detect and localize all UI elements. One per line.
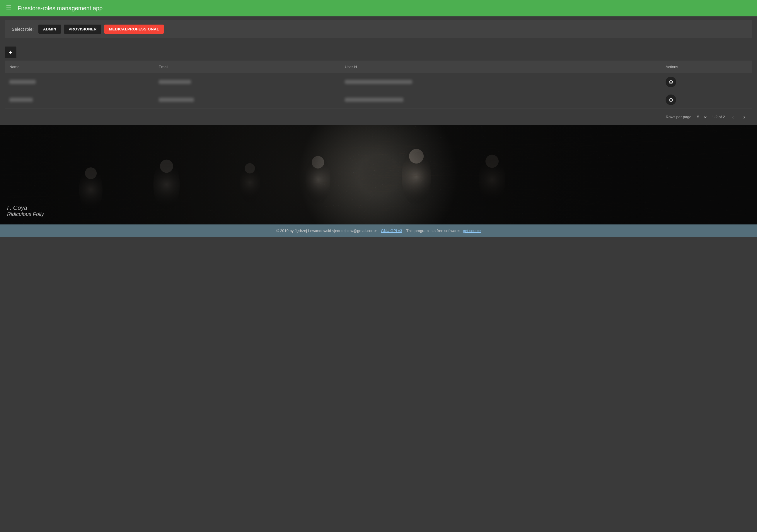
- rows-per-page-section: Rows per page: 5 10 25: [666, 114, 708, 120]
- role-button-medicalprofessional[interactable]: MEDICALPROFESSIONAL: [104, 25, 164, 34]
- artwork-title: Ridiculous Folly: [7, 211, 44, 217]
- user-table: Name Email User id Actions: [5, 61, 752, 109]
- minus-circle-icon: ⊖: [669, 96, 674, 103]
- cell-email: [154, 73, 340, 91]
- email-value: [159, 98, 194, 102]
- table-row: ⊖: [5, 73, 752, 91]
- pagination: Rows per page: 5 10 25 1-2 of 2 ‹ ›: [5, 109, 752, 125]
- cell-email: [154, 91, 340, 109]
- footer-license-link[interactable]: GNU GPLv3: [381, 229, 402, 233]
- email-value: [159, 80, 191, 84]
- delete-button[interactable]: ⊖: [666, 95, 676, 105]
- cell-name: [5, 73, 154, 91]
- artwork-label: F. Goya Ridiculous Folly: [7, 205, 44, 217]
- artwork-section: F. Goya Ridiculous Folly: [0, 125, 757, 224]
- col-email: Email: [154, 61, 340, 73]
- col-actions: Actions: [661, 61, 752, 73]
- minus-circle-icon: ⊖: [669, 78, 674, 85]
- artwork-canvas: [0, 125, 757, 224]
- footer: © 2019 by Jędrzej Lewandowski <jedrzejbl…: [0, 224, 757, 237]
- cell-name: [5, 91, 154, 109]
- cell-actions: ⊖: [661, 73, 752, 91]
- rows-per-page-select[interactable]: 5 10 25: [695, 114, 708, 120]
- name-value: [9, 98, 33, 102]
- role-label: Select role:: [12, 27, 34, 32]
- artwork-artist: F. Goya: [7, 205, 44, 211]
- cell-userid: [340, 73, 661, 91]
- col-userid: User id: [340, 61, 661, 73]
- page-info: 1-2 of 2: [712, 115, 725, 119]
- col-name: Name: [5, 61, 154, 73]
- delete-button[interactable]: ⊖: [666, 77, 676, 87]
- content-area: + Name Email User id Actions: [5, 42, 752, 125]
- menu-icon[interactable]: ☰: [6, 5, 12, 12]
- table-row: ⊖: [5, 91, 752, 109]
- add-section: +: [5, 42, 752, 61]
- role-button-provisioner[interactable]: PROVISIONER: [64, 25, 101, 34]
- next-page-button[interactable]: ›: [741, 112, 748, 122]
- table-body: ⊖ ⊖: [5, 73, 752, 109]
- footer-license-text: This program is a free software:: [406, 229, 460, 233]
- topbar: ☰ Firestore-roles management app: [0, 0, 757, 16]
- app-title: Firestore-roles management app: [17, 5, 103, 12]
- name-value: [9, 80, 36, 84]
- cell-actions: ⊖: [661, 91, 752, 109]
- footer-copyright: © 2019 by Jędrzej Lewandowski <jedrzejbl…: [276, 229, 377, 233]
- table-header-row: Name Email User id Actions: [5, 61, 752, 73]
- footer-source-link[interactable]: get source: [463, 229, 481, 233]
- rows-per-page-label: Rows per page:: [666, 115, 693, 119]
- role-button-admin[interactable]: ADMIN: [38, 25, 61, 34]
- uid-value: [345, 98, 404, 102]
- prev-page-button[interactable]: ‹: [730, 112, 737, 122]
- cell-userid: [340, 91, 661, 109]
- add-user-button[interactable]: +: [5, 46, 16, 58]
- role-selector: Select role: ADMIN PROVISIONER MEDICALPR…: [5, 20, 752, 38]
- uid-value: [345, 80, 412, 84]
